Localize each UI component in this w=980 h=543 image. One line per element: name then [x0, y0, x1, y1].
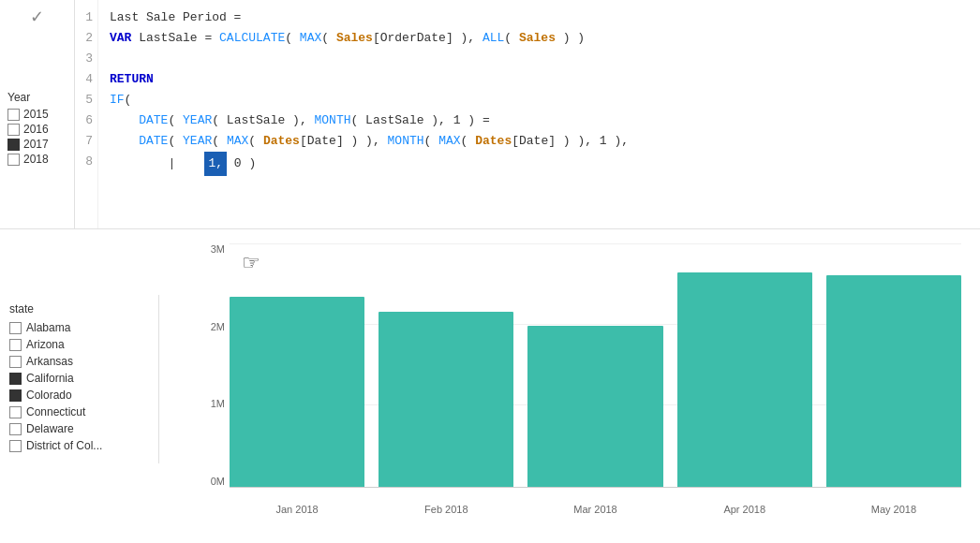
y-label-3m: 3M: [197, 243, 225, 255]
x-label-mar: Mar 2018: [527, 504, 662, 515]
bar-mar: [527, 326, 662, 487]
alabama-label: Alabama: [26, 321, 70, 334]
bar-jan-2018: [230, 243, 364, 487]
cursor-icon: ☞: [242, 251, 260, 275]
code-line-4: RETURN: [110, 69, 969, 90]
code-line-6: DATE( YEAR( LastSale ), MONTH( LastSale …: [110, 110, 969, 131]
code-line-2: VAR LastSale = CALCULATE( MAX( Sales[Ord…: [110, 28, 969, 49]
delaware-label: Delaware: [26, 422, 74, 435]
code-editor: ✓ 1 2 3 4 5 6 7 8 Last Sale Period = VAR…: [0, 0, 980, 229]
grid-line-0m: [230, 487, 961, 488]
bar-jan: [230, 297, 364, 487]
state-item-delaware[interactable]: Delaware: [9, 422, 149, 435]
year-filter-panel: Year 2015 2016 2017 2018: [0, 86, 75, 172]
state-item-california[interactable]: California: [9, 372, 149, 385]
year-2018-label: 2018: [23, 153, 49, 166]
code-line-7: DATE( YEAR( MAX( Dates[Date] ) ), MONTH(…: [110, 131, 969, 152]
dc-label: District of Col...: [26, 439, 102, 452]
bar-apr-2018: [677, 243, 812, 487]
bar-may: [826, 275, 961, 487]
state-filter-panel: state Alabama Arizona Arkansas Californi…: [0, 295, 159, 463]
state-item-alabama[interactable]: Alabama: [9, 321, 149, 334]
arizona-checkbox[interactable]: [9, 339, 22, 351]
bar-chart: 3M 2M 1M 0M: [159, 229, 980, 543]
state-item-connecticut[interactable]: Connecticut: [9, 405, 149, 418]
arkansas-label: Arkansas: [26, 355, 73, 368]
x-label-may: May 2018: [826, 504, 961, 515]
arizona-label: Arizona: [26, 338, 65, 351]
chart-inner: 3M 2M 1M 0M: [197, 243, 961, 515]
state-item-arkansas[interactable]: Arkansas: [9, 355, 149, 368]
colorado-checkbox[interactable]: [9, 389, 22, 402]
line-numbers: 1 2 3 4 5 6 7 8: [75, 0, 98, 228]
y-axis: 3M 2M 1M 0M: [197, 243, 225, 487]
year-item-2015[interactable]: 2015: [7, 108, 67, 121]
dc-checkbox[interactable]: [9, 440, 22, 452]
code-line-3: [110, 49, 969, 69]
y-label-2m: 2M: [197, 321, 225, 332]
year-item-2017[interactable]: 2017: [7, 138, 67, 151]
year-filter-label: Year: [7, 91, 67, 104]
state-item-arizona[interactable]: Arizona: [9, 338, 149, 351]
bar-may-2018: [826, 243, 961, 487]
california-label: California: [26, 372, 74, 385]
y-label-0m: 0M: [197, 476, 225, 487]
year-2017-label: 2017: [23, 138, 49, 151]
year-2017-checkbox[interactable]: [7, 139, 20, 151]
x-axis: Jan 2018 Feb 2018 Mar 2018 Apr 2018 May …: [230, 504, 961, 515]
connecticut-label: Connecticut: [26, 405, 85, 418]
alabama-checkbox[interactable]: [9, 322, 22, 334]
state-filter-label: state: [9, 302, 149, 316]
y-label-1m: 1M: [197, 398, 225, 409]
x-label-apr: Apr 2018: [677, 504, 812, 515]
year-2018-checkbox[interactable]: [7, 154, 20, 166]
x-label-jan: Jan 2018: [230, 504, 364, 515]
bar-feb: [379, 312, 513, 487]
code-line-1: Last Sale Period =: [110, 7, 969, 28]
year-2016-checkbox[interactable]: [7, 124, 20, 136]
state-item-colorado[interactable]: Colorado: [9, 389, 149, 402]
bar-mar-2018: [527, 243, 662, 487]
code-content[interactable]: Last Sale Period = VAR LastSale = CALCUL…: [98, 0, 980, 228]
year-2015-label: 2015: [23, 108, 49, 121]
year-item-2018[interactable]: 2018: [7, 153, 67, 166]
checkmark-icon: ✓: [30, 7, 44, 27]
bars-container: [230, 243, 961, 487]
code-line-8: | 1, 0 ): [110, 152, 969, 176]
colorado-label: Colorado: [26, 389, 72, 402]
bar-feb-2018: [379, 243, 513, 487]
year-2016-label: 2016: [23, 123, 49, 136]
state-item-dc[interactable]: District of Col...: [9, 439, 149, 452]
connecticut-checkbox[interactable]: [9, 406, 22, 418]
year-item-2016[interactable]: 2016: [7, 123, 67, 136]
x-label-feb: Feb 2018: [379, 504, 513, 515]
bar-apr: [677, 272, 812, 487]
california-checkbox[interactable]: [9, 373, 22, 385]
year-2015-checkbox[interactable]: [7, 109, 20, 121]
code-line-5: IF(: [110, 90, 969, 110]
delaware-checkbox[interactable]: [9, 423, 22, 435]
arkansas-checkbox[interactable]: [9, 356, 22, 368]
